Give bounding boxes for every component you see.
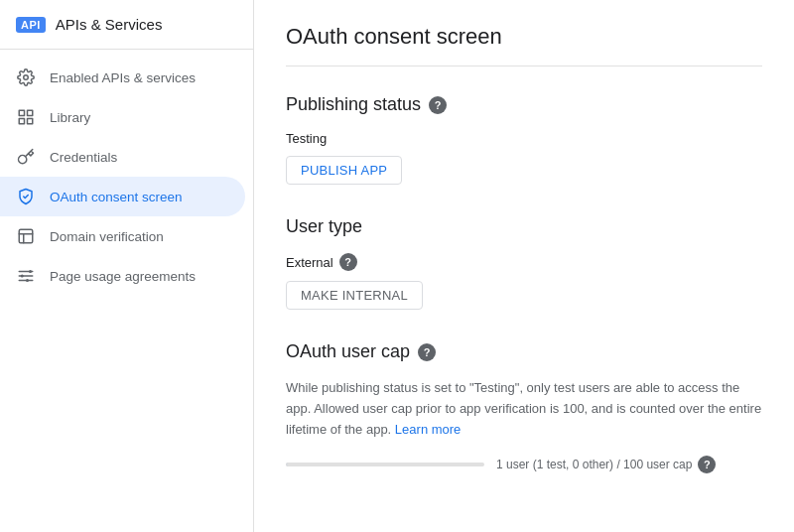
main-content: OAuth consent screen Publishing status ?… — [254, 0, 794, 532]
svg-rect-1 — [19, 110, 24, 115]
svg-point-9 — [29, 270, 32, 273]
sidebar-item-page-usage-label: Page usage agreements — [50, 269, 196, 284]
oauth-user-cap-description: While publishing status is set to "Testi… — [286, 378, 762, 440]
publish-app-button[interactable]: PUBLISH APP — [286, 156, 402, 185]
svg-rect-2 — [28, 110, 33, 115]
sidebar-item-library-label: Library — [50, 110, 90, 125]
sidebar-item-oauth-consent-label: OAuth consent screen — [50, 190, 183, 204]
progress-bar-container: 1 user (1 test, 0 other) / 100 user cap … — [286, 456, 762, 473]
make-internal-button[interactable]: MAKE INTERNAL — [286, 281, 423, 310]
sidebar-title: APIs & Services — [56, 16, 163, 33]
settings-icon — [16, 67, 36, 87]
oauth-user-cap-section: OAuth user cap ? While publishing status… — [286, 341, 762, 473]
svg-point-10 — [21, 275, 24, 278]
sidebar-item-enabled-apis[interactable]: Enabled APIs & services — [0, 58, 245, 97]
progress-label: 1 user (1 test, 0 other) / 100 user cap … — [496, 456, 716, 473]
publishing-status-label: Testing — [286, 131, 762, 146]
user-type-title: User type — [286, 216, 762, 237]
sidebar: API APIs & Services Enabled APIs & servi… — [0, 0, 254, 532]
oauth-user-cap-help-icon[interactable]: ? — [418, 343, 436, 361]
svg-point-11 — [26, 279, 29, 282]
user-type-section: User type External ? MAKE INTERNAL — [286, 216, 762, 310]
api-badge: API — [16, 17, 46, 33]
publishing-status-title: Publishing status ? — [286, 94, 762, 115]
publishing-status-help-icon[interactable]: ? — [429, 96, 447, 114]
svg-point-0 — [24, 75, 29, 80]
grid-icon — [16, 107, 36, 127]
svg-rect-3 — [19, 119, 24, 124]
sidebar-item-credentials-label: Credentials — [50, 150, 117, 165]
sidebar-header: API APIs & Services — [0, 0, 253, 50]
sidebar-item-credentials[interactable]: Credentials — [0, 137, 245, 177]
svg-rect-5 — [19, 229, 33, 243]
sidebar-item-domain-verification[interactable]: Domain verification — [0, 216, 245, 256]
user-type-help-icon[interactable]: ? — [339, 253, 357, 271]
key-icon — [16, 147, 36, 167]
oauth-user-cap-title: OAuth user cap ? — [286, 341, 762, 362]
sidebar-item-library[interactable]: Library — [0, 97, 245, 137]
sidebar-item-page-usage[interactable]: Page usage agreements — [0, 256, 245, 296]
sidebar-item-domain-label: Domain verification — [50, 229, 164, 244]
svg-rect-4 — [28, 119, 33, 124]
sidebar-nav: Enabled APIs & services Library Credenti… — [0, 50, 253, 296]
shield-check-icon — [16, 187, 36, 206]
user-type-label: External ? — [286, 253, 762, 271]
sidebar-item-oauth-consent[interactable]: OAuth consent screen — [0, 177, 245, 216]
page-title: OAuth consent screen — [286, 24, 762, 66]
sidebar-item-enabled-apis-label: Enabled APIs & services — [50, 70, 196, 85]
progress-bar-fill — [286, 463, 288, 466]
publishing-status-section: Publishing status ? Testing PUBLISH APP — [286, 94, 762, 185]
progress-bar-track — [286, 463, 484, 466]
learn-more-link[interactable]: Learn more — [395, 422, 461, 437]
progress-help-icon[interactable]: ? — [698, 456, 716, 473]
settings-equal-icon — [16, 266, 36, 286]
domain-icon — [16, 226, 36, 246]
